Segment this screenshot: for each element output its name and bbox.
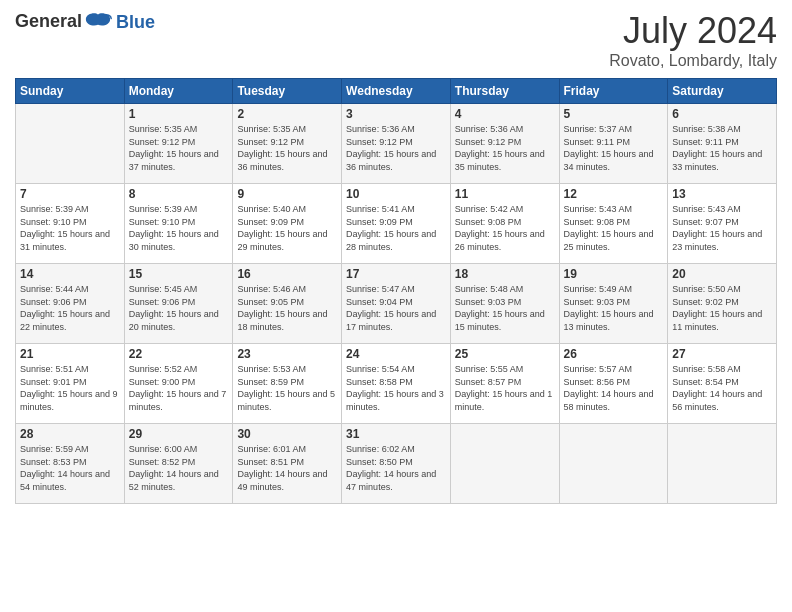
date-number: 23	[237, 347, 337, 361]
cell-content: Sunrise: 6:00 AM Sunset: 8:52 PM Dayligh…	[129, 443, 229, 493]
date-number: 5	[564, 107, 664, 121]
cell-content: Sunrise: 5:41 AM Sunset: 9:09 PM Dayligh…	[346, 203, 446, 253]
cell-content: Sunrise: 5:39 AM Sunset: 9:10 PM Dayligh…	[20, 203, 120, 253]
date-number: 24	[346, 347, 446, 361]
table-row: 3Sunrise: 5:36 AM Sunset: 9:12 PM Daylig…	[342, 104, 451, 184]
logo-bird-icon	[84, 11, 112, 33]
date-number: 2	[237, 107, 337, 121]
cell-content: Sunrise: 5:36 AM Sunset: 9:12 PM Dayligh…	[455, 123, 555, 173]
cell-content: Sunrise: 5:44 AM Sunset: 9:06 PM Dayligh…	[20, 283, 120, 333]
col-friday: Friday	[559, 79, 668, 104]
cell-content: Sunrise: 5:51 AM Sunset: 9:01 PM Dayligh…	[20, 363, 120, 413]
col-thursday: Thursday	[450, 79, 559, 104]
date-number: 18	[455, 267, 555, 281]
table-row: 19Sunrise: 5:49 AM Sunset: 9:03 PM Dayli…	[559, 264, 668, 344]
cell-content: Sunrise: 5:57 AM Sunset: 8:56 PM Dayligh…	[564, 363, 664, 413]
table-row: 22Sunrise: 5:52 AM Sunset: 9:00 PM Dayli…	[124, 344, 233, 424]
logo-general: General	[15, 12, 82, 32]
table-row: 7Sunrise: 5:39 AM Sunset: 9:10 PM Daylig…	[16, 184, 125, 264]
header: General Blue July 2024 Rovato, Lombardy,…	[15, 10, 777, 70]
date-number: 26	[564, 347, 664, 361]
calendar-week-row: 7Sunrise: 5:39 AM Sunset: 9:10 PM Daylig…	[16, 184, 777, 264]
table-row	[450, 424, 559, 504]
date-number: 20	[672, 267, 772, 281]
date-number: 21	[20, 347, 120, 361]
cell-content: Sunrise: 5:37 AM Sunset: 9:11 PM Dayligh…	[564, 123, 664, 173]
date-number: 6	[672, 107, 772, 121]
date-number: 31	[346, 427, 446, 441]
table-row: 10Sunrise: 5:41 AM Sunset: 9:09 PM Dayli…	[342, 184, 451, 264]
cell-content: Sunrise: 5:52 AM Sunset: 9:00 PM Dayligh…	[129, 363, 229, 413]
table-row: 5Sunrise: 5:37 AM Sunset: 9:11 PM Daylig…	[559, 104, 668, 184]
date-number: 14	[20, 267, 120, 281]
date-number: 29	[129, 427, 229, 441]
table-row: 17Sunrise: 5:47 AM Sunset: 9:04 PM Dayli…	[342, 264, 451, 344]
date-number: 3	[346, 107, 446, 121]
calendar-header-row: Sunday Monday Tuesday Wednesday Thursday…	[16, 79, 777, 104]
cell-content: Sunrise: 5:35 AM Sunset: 9:12 PM Dayligh…	[129, 123, 229, 173]
date-number: 8	[129, 187, 229, 201]
calendar-week-row: 14Sunrise: 5:44 AM Sunset: 9:06 PM Dayli…	[16, 264, 777, 344]
date-number: 19	[564, 267, 664, 281]
date-number: 4	[455, 107, 555, 121]
table-row: 27Sunrise: 5:58 AM Sunset: 8:54 PM Dayli…	[668, 344, 777, 424]
cell-content: Sunrise: 5:50 AM Sunset: 9:02 PM Dayligh…	[672, 283, 772, 333]
table-row: 9Sunrise: 5:40 AM Sunset: 9:09 PM Daylig…	[233, 184, 342, 264]
location-subtitle: Rovato, Lombardy, Italy	[609, 52, 777, 70]
cell-content: Sunrise: 5:47 AM Sunset: 9:04 PM Dayligh…	[346, 283, 446, 333]
cell-content: Sunrise: 5:43 AM Sunset: 9:08 PM Dayligh…	[564, 203, 664, 253]
cell-content: Sunrise: 5:55 AM Sunset: 8:57 PM Dayligh…	[455, 363, 555, 413]
date-number: 27	[672, 347, 772, 361]
cell-content: Sunrise: 5:39 AM Sunset: 9:10 PM Dayligh…	[129, 203, 229, 253]
table-row: 20Sunrise: 5:50 AM Sunset: 9:02 PM Dayli…	[668, 264, 777, 344]
table-row	[668, 424, 777, 504]
cell-content: Sunrise: 5:43 AM Sunset: 9:07 PM Dayligh…	[672, 203, 772, 253]
table-row: 15Sunrise: 5:45 AM Sunset: 9:06 PM Dayli…	[124, 264, 233, 344]
table-row: 23Sunrise: 5:53 AM Sunset: 8:59 PM Dayli…	[233, 344, 342, 424]
cell-content: Sunrise: 5:54 AM Sunset: 8:58 PM Dayligh…	[346, 363, 446, 413]
table-row: 26Sunrise: 5:57 AM Sunset: 8:56 PM Dayli…	[559, 344, 668, 424]
date-number: 12	[564, 187, 664, 201]
calendar-week-row: 21Sunrise: 5:51 AM Sunset: 9:01 PM Dayli…	[16, 344, 777, 424]
date-number: 13	[672, 187, 772, 201]
cell-content: Sunrise: 5:48 AM Sunset: 9:03 PM Dayligh…	[455, 283, 555, 333]
cell-content: Sunrise: 5:58 AM Sunset: 8:54 PM Dayligh…	[672, 363, 772, 413]
date-number: 16	[237, 267, 337, 281]
col-tuesday: Tuesday	[233, 79, 342, 104]
col-monday: Monday	[124, 79, 233, 104]
table-row: 14Sunrise: 5:44 AM Sunset: 9:06 PM Dayli…	[16, 264, 125, 344]
cell-content: Sunrise: 6:01 AM Sunset: 8:51 PM Dayligh…	[237, 443, 337, 493]
date-number: 10	[346, 187, 446, 201]
table-row: 18Sunrise: 5:48 AM Sunset: 9:03 PM Dayli…	[450, 264, 559, 344]
table-row: 28Sunrise: 5:59 AM Sunset: 8:53 PM Dayli…	[16, 424, 125, 504]
date-number: 7	[20, 187, 120, 201]
calendar-week-row: 1Sunrise: 5:35 AM Sunset: 9:12 PM Daylig…	[16, 104, 777, 184]
cell-content: Sunrise: 5:53 AM Sunset: 8:59 PM Dayligh…	[237, 363, 337, 413]
table-row: 30Sunrise: 6:01 AM Sunset: 8:51 PM Dayli…	[233, 424, 342, 504]
table-row: 16Sunrise: 5:46 AM Sunset: 9:05 PM Dayli…	[233, 264, 342, 344]
month-year-title: July 2024	[609, 10, 777, 52]
date-number: 9	[237, 187, 337, 201]
date-number: 15	[129, 267, 229, 281]
table-row: 31Sunrise: 6:02 AM Sunset: 8:50 PM Dayli…	[342, 424, 451, 504]
table-row: 24Sunrise: 5:54 AM Sunset: 8:58 PM Dayli…	[342, 344, 451, 424]
table-row: 25Sunrise: 5:55 AM Sunset: 8:57 PM Dayli…	[450, 344, 559, 424]
col-wednesday: Wednesday	[342, 79, 451, 104]
cell-content: Sunrise: 5:35 AM Sunset: 9:12 PM Dayligh…	[237, 123, 337, 173]
logo: General Blue	[15, 10, 155, 33]
table-row: 8Sunrise: 5:39 AM Sunset: 9:10 PM Daylig…	[124, 184, 233, 264]
table-row: 13Sunrise: 5:43 AM Sunset: 9:07 PM Dayli…	[668, 184, 777, 264]
table-row: 29Sunrise: 6:00 AM Sunset: 8:52 PM Dayli…	[124, 424, 233, 504]
date-number: 11	[455, 187, 555, 201]
logo-blue: Blue	[116, 12, 155, 33]
col-saturday: Saturday	[668, 79, 777, 104]
cell-content: Sunrise: 5:42 AM Sunset: 9:08 PM Dayligh…	[455, 203, 555, 253]
table-row: 2Sunrise: 5:35 AM Sunset: 9:12 PM Daylig…	[233, 104, 342, 184]
title-area: July 2024 Rovato, Lombardy, Italy	[609, 10, 777, 70]
date-number: 25	[455, 347, 555, 361]
col-sunday: Sunday	[16, 79, 125, 104]
calendar-week-row: 28Sunrise: 5:59 AM Sunset: 8:53 PM Dayli…	[16, 424, 777, 504]
table-row	[559, 424, 668, 504]
date-number: 30	[237, 427, 337, 441]
table-row: 12Sunrise: 5:43 AM Sunset: 9:08 PM Dayli…	[559, 184, 668, 264]
